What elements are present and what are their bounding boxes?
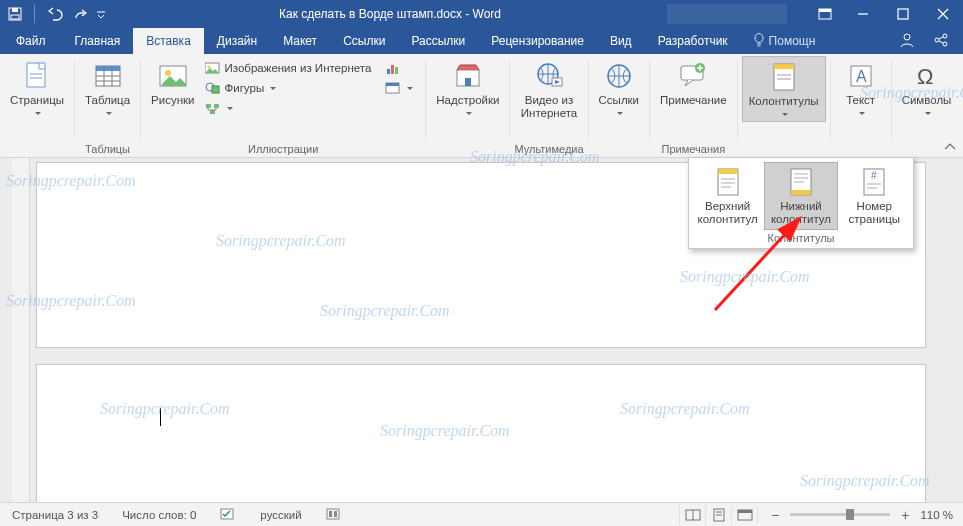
svg-rect-70 <box>867 187 877 189</box>
svg-rect-22 <box>96 66 120 71</box>
online-pictures-button[interactable]: Изображения из Интернета <box>201 58 376 78</box>
status-page[interactable]: Страница 3 из 3 <box>0 509 110 521</box>
svg-rect-20 <box>30 77 42 79</box>
quick-access-toolbar <box>0 5 113 23</box>
smartart-button[interactable] <box>201 98 376 118</box>
video-icon <box>533 60 565 92</box>
svg-rect-51 <box>774 64 794 69</box>
zoom-in[interactable]: + <box>898 507 912 523</box>
pages-button[interactable]: Страницы <box>4 56 70 120</box>
svg-rect-69 <box>867 183 881 185</box>
tab-mailings[interactable]: Рассылки <box>398 28 478 54</box>
tab-view[interactable]: Вид <box>597 28 645 54</box>
svg-rect-4 <box>819 9 831 12</box>
tab-design[interactable]: Дизайн <box>204 28 270 54</box>
svg-rect-33 <box>206 104 211 108</box>
comment-button[interactable]: Примечание <box>654 56 733 107</box>
screenshot-icon <box>385 80 401 96</box>
symbols-button[interactable]: Ω Символы <box>896 56 958 120</box>
ribbon: Страницы Таблица Таблицы Рисунки <box>0 54 963 158</box>
online-pictures-icon <box>205 60 221 76</box>
shapes-button[interactable]: Фигуры <box>201 78 376 98</box>
page-current[interactable] <box>36 364 926 502</box>
account-icon[interactable] <box>899 32 915 51</box>
tab-home[interactable]: Главная <box>62 28 134 54</box>
redo-icon[interactable] <box>73 7 87 21</box>
page-number-button[interactable]: # Номер страницы <box>838 162 911 230</box>
ribbon-tabs: Файл Главная Вставка Дизайн Макет Ссылки… <box>0 28 963 54</box>
view-web-layout[interactable] <box>731 505 757 525</box>
footer-button[interactable]: Нижний колонтитул <box>764 162 837 230</box>
status-spellcheck[interactable] <box>208 507 248 523</box>
svg-rect-53 <box>777 78 791 80</box>
store-icon <box>452 60 484 92</box>
svg-point-15 <box>943 42 947 46</box>
tab-layout[interactable]: Макет <box>270 28 330 54</box>
text-button[interactable]: A Текст <box>835 56 887 120</box>
svg-rect-1 <box>12 8 18 12</box>
textbox-icon: A <box>845 60 877 92</box>
group-illustrations-label: Иллюстрации <box>145 143 421 157</box>
group-addins: Надстройки <box>426 54 509 157</box>
links-button[interactable]: Ссылки <box>593 56 646 120</box>
svg-rect-59 <box>721 178 735 180</box>
svg-rect-64 <box>794 173 808 175</box>
svg-rect-37 <box>391 65 394 74</box>
chart-button[interactable] <box>381 58 417 78</box>
svg-point-9 <box>755 33 763 42</box>
online-video-button[interactable]: Видео из Интернета <box>514 56 583 120</box>
tab-review[interactable]: Рецензирование <box>478 28 597 54</box>
title-bar: Как сделать в Ворде штамп.docx - Word <box>0 0 963 28</box>
comment-icon <box>677 60 709 92</box>
dropdown-group-label: Колонтитулы <box>689 230 913 248</box>
svg-rect-73 <box>327 509 339 519</box>
pictures-button[interactable]: Рисунки <box>145 56 200 143</box>
header-icon <box>712 166 744 198</box>
ribbon-display-options-icon[interactable] <box>807 0 843 28</box>
addins-button[interactable]: Надстройки <box>430 56 505 120</box>
save-icon[interactable] <box>8 7 22 21</box>
header-button[interactable]: Верхний колонтитул <box>691 162 764 230</box>
close-button[interactable] <box>923 0 963 28</box>
status-macro[interactable] <box>314 508 352 522</box>
qat-dropdown-icon[interactable] <box>97 10 105 18</box>
svg-rect-36 <box>387 69 390 74</box>
vertical-ruler <box>12 158 30 502</box>
tab-file[interactable]: Файл <box>0 28 62 54</box>
screenshot-button[interactable] <box>381 78 417 98</box>
tab-insert[interactable]: Вставка <box>133 28 204 54</box>
zoom-out[interactable]: − <box>768 507 782 523</box>
link-icon <box>603 60 635 92</box>
svg-rect-58 <box>718 169 738 174</box>
undo-icon[interactable] <box>47 7 63 21</box>
group-pages: Страницы <box>0 54 74 157</box>
headerfooter-button[interactable]: Колонтитулы <box>742 56 826 122</box>
svg-rect-32 <box>212 86 219 93</box>
svg-rect-82 <box>738 510 752 513</box>
zoom-controls: − + 110 % <box>757 507 963 523</box>
tab-references[interactable]: Ссылки <box>330 28 398 54</box>
tab-developer[interactable]: Разработчик <box>645 28 741 54</box>
minimize-button[interactable] <box>843 0 883 28</box>
text-cursor <box>160 408 161 426</box>
svg-text:Ω: Ω <box>917 64 933 89</box>
group-media: Видео из Интернета Мультимедиа <box>510 54 587 157</box>
zoom-value[interactable]: 110 % <box>920 509 953 521</box>
maximize-button[interactable] <box>883 0 923 28</box>
table-button[interactable]: Таблица <box>79 56 136 120</box>
zoom-slider[interactable] <box>790 513 890 516</box>
tell-me[interactable]: Помощн <box>741 28 828 54</box>
status-bar: Страница 3 из 3 Число слов: 0 русский − … <box>0 502 963 526</box>
share-icon[interactable] <box>933 32 949 51</box>
status-language[interactable]: русский <box>248 509 313 521</box>
svg-rect-75 <box>334 511 337 517</box>
view-print-layout[interactable] <box>705 505 731 525</box>
view-read-mode[interactable] <box>679 505 705 525</box>
svg-rect-61 <box>721 186 731 188</box>
svg-rect-40 <box>386 83 399 86</box>
shapes-icon <box>205 80 221 96</box>
svg-rect-74 <box>329 511 332 517</box>
window-title: Как сделать в Ворде штамп.docx - Word <box>113 7 667 21</box>
status-word-count[interactable]: Число слов: 0 <box>110 509 208 521</box>
collapse-ribbon-icon[interactable] <box>943 139 957 153</box>
